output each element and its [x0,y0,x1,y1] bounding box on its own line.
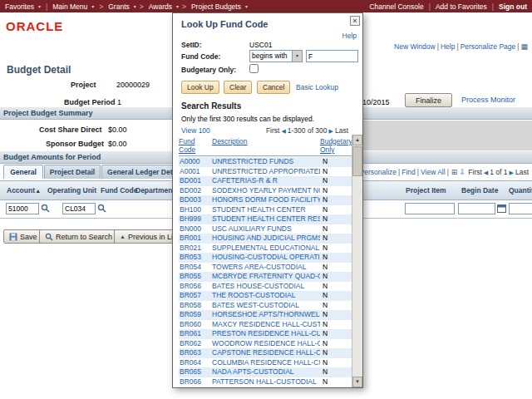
result-row[interactable]: BR065 NADA APTS-CUSTODIAL N [179,367,352,377]
description-link[interactable]: PATTERSON HALL-CUSTODIAL [212,377,320,387]
previous-row-icon[interactable]: ◀ [484,170,488,175]
return-to-search-button[interactable]: Return to Search [39,229,118,244]
look-up-button[interactable]: Look Up [181,81,219,94]
account-input[interactable] [6,203,39,214]
result-row[interactable]: BR054 TOWERS AREA-CUSTODIAL N [179,263,352,273]
modal-help-link[interactable]: Help [342,32,357,40]
channel-console-link[interactable]: Channel Console [369,2,423,11]
result-row[interactable]: BR066 PATTERSON HALL-CUSTODIAL N [179,377,352,387]
budgetary-only-checkbox[interactable] [249,64,259,73]
view-100-link[interactable]: View 100 [181,126,210,135]
fund-code-link[interactable]: BR056 [179,282,212,292]
download-icon[interactable]: ⇩ [459,168,466,176]
tab-general[interactable]: General [3,165,43,179]
description-link[interactable]: STUDENT HEALTH CENTER [212,205,320,215]
fund-code-link[interactable]: BR057 [179,291,212,301]
fund-code-link[interactable]: BR054 [179,263,212,273]
personalize-page-link[interactable]: Personalize Page [461,42,516,51]
personalize-link[interactable]: Personalize [360,168,397,176]
fund-code-link[interactable]: BR055 [179,272,212,282]
description-link[interactable]: TOWERS AREA-CUSTODIAL [212,263,320,273]
description-link[interactable]: WOODROW RESIDENCE HALL-CUSTODI [212,339,320,349]
result-row[interactable]: BR062 WOODROW RESIDENCE HALL-CUSTODI N [179,339,352,349]
add-to-favorites-link[interactable]: Add to Favorites [436,2,487,11]
col-description[interactable]: Description [212,137,248,145]
previous-page-icon[interactable]: ◀ [281,128,285,134]
process-monitor-link[interactable]: Process Monitor [461,96,515,104]
col-fund-code[interactable]: FundCode [179,137,195,154]
result-row[interactable]: BR058 BATES WEST-CUSTODIAL N [179,301,352,311]
description-link[interactable]: SODEXHO YEARLY PAYMENT NONCAPI [212,186,320,196]
result-row[interactable]: A0000 UNRESTRICTED FUNDS N [179,157,352,167]
operating-unit-lookup-icon[interactable] [97,204,106,214]
view-all-link[interactable]: View All [421,168,446,176]
fund-code-link[interactable]: BR058 [179,301,212,311]
new-window-icon[interactable]: ▦ [520,42,528,51]
result-row[interactable]: BR021 SUPPLEMENTAL EDUCATIONAL FEE N [179,244,352,254]
description-link[interactable]: COLUMBIA RESIDENCE HALL-CUSTOD [212,358,320,368]
description-link[interactable]: STUDENT HEALTH CENTER RESERVE [212,214,320,224]
result-row[interactable]: BH999 STUDENT HEALTH CENTER RESERVE N [179,214,352,224]
result-row[interactable]: BR057 THE ROOST-CUSTODIAL N [179,291,352,301]
sign-out-link[interactable]: Sign out [499,2,527,11]
fund-code-link[interactable]: BR059 [179,310,212,320]
basic-lookup-link[interactable]: Basic Lookup [296,83,338,91]
fund-code-link[interactable]: BR021 [179,244,212,254]
fund-code-link[interactable]: BR066 [179,377,212,387]
result-row[interactable]: BR060 MAXCY RESIDENCE HALL-CUSTODIAL N [179,320,352,330]
description-link[interactable]: SUPPLEMENTAL EDUCATIONAL FEE [212,244,320,254]
result-row[interactable]: BR055 MCBRYDE FRATERNITY QUAD-CUSTOD N [179,272,352,282]
fund-code-link[interactable]: BR062 [179,339,212,349]
description-link[interactable]: PRESTON RESIDENCE HALL-CUSTODI [212,329,320,339]
result-row[interactable]: BR053 HOUSING-CUSTODIAL OPERATIONS N [179,253,352,263]
new-window-link[interactable]: New Window [394,42,436,51]
description-link[interactable]: BATES WEST-CUSTODIAL [212,301,320,311]
fund-code-link[interactable]: BR067 [179,387,212,388]
fund-code-link[interactable]: BR063 [179,348,212,358]
find-link[interactable]: Find [401,168,416,176]
account-lookup-icon[interactable] [41,204,50,214]
description-link[interactable]: UNRESTRICTED FUNDS [212,157,320,167]
result-row[interactable]: BR056 BATES HOUSE-CUSTODIAL N [179,282,352,292]
description-link[interactable]: CAFETERIAS-R & R [212,176,320,186]
description-link[interactable]: HONORS DORM FOOD FACILITY FEE [212,195,320,205]
fund-code-link[interactable]: BD001 [179,176,212,186]
fund-code-link[interactable]: BN000 [179,224,212,234]
result-row[interactable]: BR001 HOUSING AND JUDICIAL PRGMS N [179,234,352,244]
result-row[interactable]: BD001 CAFETERIAS-R & R N [179,176,352,186]
operator-select[interactable]: begins with▼ [249,50,303,62]
scroll-up-icon[interactable]: ▲ [352,135,362,145]
finalize-button[interactable]: Finalize [405,93,452,107]
quantity-input[interactable] [509,203,532,214]
scrollbar[interactable]: ▲ ▼ [352,135,362,387]
description-link[interactable]: BATES HOUSE-CUSTODIAL [212,282,320,292]
fund-code-link[interactable]: BR060 [179,320,212,330]
fund-code-link[interactable]: A0001 [179,167,212,177]
description-link[interactable]: HOUSING AND JUDICIAL PRGMS [212,234,320,244]
fund-code-link[interactable]: BR065 [179,367,212,377]
result-row[interactable]: BN000 USC AUXILIARY FUNDS N [179,224,352,234]
fund-code-link[interactable]: BH100 [179,205,212,215]
tab-project-detail[interactable]: Project Detail [44,165,101,179]
description-link[interactable]: USC AUXILIARY FUNDS [212,224,320,234]
description-link[interactable]: HORSESHOE APTS/THORNWELL-CUSTO [212,310,320,320]
description-link[interactable]: SIMS RESIDENCE HALL-CUSTODIAL [212,387,320,388]
scrollbar-thumb[interactable] [352,146,362,176]
description-link[interactable]: MCBRYDE FRATERNITY QUAD-CUSTOD [212,272,320,282]
breadcrumb-item[interactable]: >Grants▾ [99,2,136,11]
fund-code-link[interactable]: BD003 [179,195,212,205]
description-link[interactable]: UNRESTRICTED APPROPRIATED FUND [212,167,320,177]
project-item-input[interactable] [405,203,455,214]
grid-icon[interactable]: ⊞ [451,168,458,176]
description-link[interactable]: HOUSING-CUSTODIAL OPERATIONS [212,253,320,263]
sort-asc-icon[interactable]: ▴ [37,188,40,194]
result-row[interactable]: BR059 HORSESHOE APTS/THORNWELL-CUSTO N [179,310,352,320]
next-row-icon[interactable]: ▶ [510,170,514,175]
result-row[interactable]: BD003 HONORS DORM FOOD FACILITY FEE N [179,195,352,205]
save-button[interactable]: Save [3,229,43,244]
cancel-button[interactable]: Cancel [257,81,290,94]
result-row[interactable]: BR061 PRESTON RESIDENCE HALL-CUSTODI N [179,329,352,339]
description-link[interactable]: MAXCY RESIDENCE HALL-CUSTODIAL [212,320,320,330]
result-row[interactable]: BH100 STUDENT HEALTH CENTER N [179,205,352,215]
begin-date-input[interactable] [458,203,495,214]
